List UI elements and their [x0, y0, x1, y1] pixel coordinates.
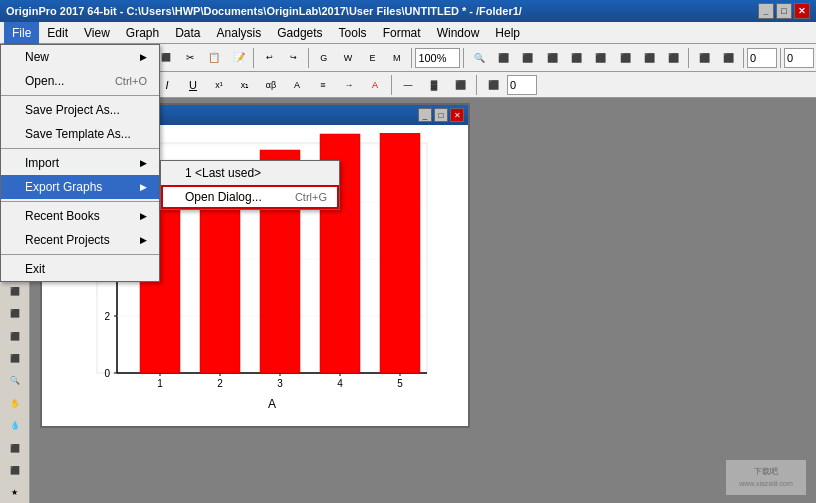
maximize-button[interactable]: □ — [776, 3, 792, 19]
menu-file[interactable]: File — [4, 22, 39, 44]
sidebar-btn-10[interactable]: ⬛ — [3, 460, 27, 480]
menu-tools[interactable]: Tools — [331, 22, 375, 44]
sidebar-btn-zoom[interactable]: 🔍 — [3, 371, 27, 391]
menu-view[interactable]: View — [76, 22, 118, 44]
btn20[interactable]: ⬛ — [613, 46, 636, 70]
btn23[interactable]: ⬛ — [692, 46, 715, 70]
num-input[interactable] — [747, 48, 777, 68]
underline-btn[interactable]: U — [181, 73, 205, 97]
sep-after-export — [1, 201, 159, 202]
menu-edit[interactable]: Edit — [39, 22, 76, 44]
export-arrow: ▶ — [140, 182, 147, 192]
format-num[interactable] — [507, 75, 537, 95]
btn24[interactable]: ⬛ — [717, 46, 740, 70]
menu-export-graphs[interactable]: Export Graphs ▶ — [1, 175, 159, 199]
btn-A[interactable]: A — [285, 73, 309, 97]
btn-line[interactable]: — — [396, 73, 420, 97]
menu-gadgets[interactable]: Gadgets — [269, 22, 330, 44]
svg-text:www.xiazai8.com: www.xiazai8.com — [738, 480, 793, 487]
btn6[interactable]: 📋 — [203, 46, 226, 70]
sep8 — [780, 48, 781, 68]
exit-label: Exit — [25, 262, 45, 276]
import-label: Import — [25, 156, 59, 170]
graph-minimize[interactable]: _ — [418, 108, 432, 122]
menu-recent-projects[interactable]: Recent Projects ▶ — [1, 228, 159, 252]
menu-recent-books[interactable]: Recent Books ▶ — [1, 204, 159, 228]
btn-indent[interactable]: → — [337, 73, 361, 97]
btn19[interactable]: ⬛ — [589, 46, 612, 70]
btn-color[interactable]: A — [363, 73, 387, 97]
svg-rect-34 — [726, 460, 806, 495]
menu-help[interactable]: Help — [487, 22, 528, 44]
btn13[interactable]: M — [385, 46, 408, 70]
menu-window[interactable]: Window — [429, 22, 488, 44]
btn21[interactable]: ⬛ — [638, 46, 661, 70]
svg-text:3: 3 — [277, 378, 283, 389]
sidebar-btn-hand[interactable]: ✋ — [3, 393, 27, 413]
btn-more1[interactable]: ⬛ — [448, 73, 472, 97]
btn10[interactable]: G — [312, 46, 335, 70]
svg-text:2: 2 — [104, 311, 110, 322]
sidebar-btn-8[interactable]: ⬛ — [3, 348, 27, 368]
open-dialog-label: Open Dialog... — [185, 190, 262, 204]
btn18[interactable]: ⬛ — [565, 46, 588, 70]
sidebar-btn-6[interactable]: ⬛ — [3, 304, 27, 324]
btn-fill[interactable]: ▓ — [422, 73, 446, 97]
sep-before-exit — [1, 254, 159, 255]
sidebar-btn-11[interactable]: ★ — [3, 483, 27, 503]
num-input2[interactable] — [784, 48, 814, 68]
recent-projects-label: Recent Projects — [25, 233, 110, 247]
app-title: OriginPro 2017 64-bit - C:\Users\HWP\Doc… — [6, 5, 758, 17]
zoom-input[interactable]: 100% — [415, 48, 460, 68]
sidebar-btn-7[interactable]: ⬛ — [3, 326, 27, 346]
btn-x2[interactable]: x₁ — [233, 73, 257, 97]
open-label: Open... — [25, 74, 64, 88]
sidebar-btn-eyedrop[interactable]: 💧 — [3, 415, 27, 435]
btn-x1[interactable]: x¹ — [207, 73, 231, 97]
btn15[interactable]: ⬛ — [492, 46, 515, 70]
btn7[interactable]: 📝 — [227, 46, 250, 70]
sidebar-btn-9[interactable]: ⬛ — [3, 438, 27, 458]
menu-analysis[interactable]: Analysis — [209, 22, 270, 44]
btn16[interactable]: ⬛ — [516, 46, 539, 70]
menu-save-project[interactable]: Save Project As... — [1, 98, 159, 122]
graph-close[interactable]: ✕ — [450, 108, 464, 122]
svg-text:A: A — [268, 397, 276, 411]
save-template-label: Save Template As... — [25, 127, 131, 141]
export-last-used[interactable]: 1 <Last used> — [161, 161, 339, 185]
title-bar: OriginPro 2017 64-bit - C:\Users\HWP\Doc… — [0, 0, 816, 22]
sep5 — [463, 48, 464, 68]
btn12[interactable]: E — [361, 46, 384, 70]
sep-after-save — [1, 148, 159, 149]
btn9[interactable]: ↪ — [282, 46, 305, 70]
minimize-button[interactable]: _ — [758, 3, 774, 19]
btn-more2[interactable]: ⬛ — [481, 73, 505, 97]
menu-bar: File Edit View Graph Data Analysis Gadge… — [0, 22, 816, 44]
btn-ab[interactable]: αβ — [259, 73, 283, 97]
menu-import[interactable]: Import ▶ — [1, 151, 159, 175]
svg-rect-22 — [380, 133, 420, 373]
sep6 — [688, 48, 689, 68]
menu-exit[interactable]: Exit — [1, 257, 159, 281]
sidebar-btn-5[interactable]: ⬛ — [3, 281, 27, 301]
menu-new[interactable]: New ▶ — [1, 45, 159, 69]
export-open-dialog[interactable]: Open Dialog... Ctrl+G — [161, 185, 339, 209]
menu-graph[interactable]: Graph — [118, 22, 167, 44]
export-label: Export Graphs — [25, 180, 102, 194]
sep-f3 — [476, 75, 477, 95]
btn17[interactable]: ⬛ — [540, 46, 563, 70]
btn22[interactable]: ⬛ — [662, 46, 685, 70]
menu-save-template[interactable]: Save Template As... — [1, 122, 159, 146]
graph-maximize[interactable]: □ — [434, 108, 448, 122]
btn11[interactable]: W — [336, 46, 359, 70]
btn5[interactable]: ✂ — [178, 46, 201, 70]
sep-after-open — [1, 95, 159, 96]
menu-data[interactable]: Data — [167, 22, 208, 44]
btn-align[interactable]: ≡ — [311, 73, 335, 97]
menu-open[interactable]: Open... Ctrl+O — [1, 69, 159, 93]
open-shortcut: Ctrl+O — [115, 75, 147, 87]
btn14[interactable]: 🔍 — [467, 46, 490, 70]
close-button[interactable]: ✕ — [794, 3, 810, 19]
btn8[interactable]: ↩ — [257, 46, 280, 70]
menu-format[interactable]: Format — [375, 22, 429, 44]
